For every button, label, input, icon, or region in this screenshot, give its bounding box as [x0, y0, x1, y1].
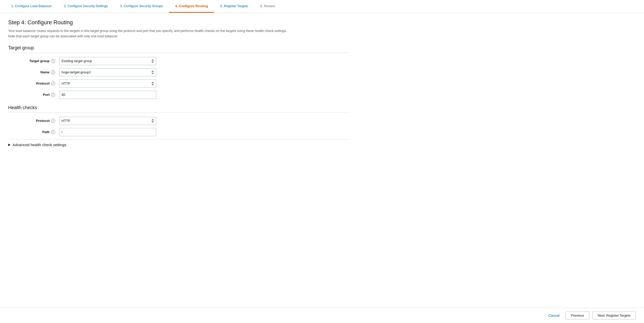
hc-protocol-row: Protocol i HTTPHTTPS: [8, 117, 349, 125]
wizard-step-2[interactable]: 2. Configure Security Settings: [58, 0, 114, 13]
name-info-icon[interactable]: i: [51, 70, 55, 74]
target-group-section: Target group Target group i New target g…: [8, 45, 349, 99]
wizard-step-3[interactable]: 3. Configure Security Groups: [114, 0, 169, 13]
target-group-divider: [8, 53, 349, 53]
tg-port-row: Port i: [8, 91, 349, 99]
tg-port-label: Port i: [8, 93, 59, 97]
target-group-info-icon[interactable]: i: [51, 59, 55, 63]
wizard-step-6: 6. Review: [254, 0, 281, 13]
advanced-chevron-icon: ▶: [8, 143, 10, 146]
hc-path-info-icon[interactable]: i: [51, 130, 55, 134]
target-group-section-title: Target group: [8, 45, 349, 51]
target-group-row: Target group i New target groupExisting …: [8, 57, 349, 65]
health-checks-section-title: Health checks: [8, 105, 349, 110]
health-checks-divider: [8, 112, 349, 113]
hc-path-row: Path i: [8, 128, 349, 136]
target-group-form: Target group i New target groupExisting …: [8, 57, 349, 99]
health-checks-section: Health checks Protocol i HTTPHTTPS: [8, 105, 349, 150]
advanced-health-check-label: Advanced health check settings: [13, 143, 66, 147]
target-group-field: New target groupExisting target group: [59, 57, 156, 65]
hc-protocol-info-icon[interactable]: i: [51, 119, 55, 123]
tg-port-input[interactable]: [59, 91, 156, 99]
tg-protocol-label: Protocol i: [8, 82, 59, 86]
target-group-label: Target group i: [8, 59, 59, 63]
tg-protocol-select[interactable]: HTTPHTTPS: [59, 79, 156, 88]
previous-button[interactable]: Previous: [566, 312, 589, 319]
name-label: Name i: [8, 70, 59, 74]
name-row: Name i hoge-tartget-group1: [8, 68, 349, 76]
tg-protocol-info-icon[interactable]: i: [51, 82, 55, 86]
health-checks-form: Protocol i HTTPHTTPS Path i: [8, 117, 349, 136]
wizard-step-1[interactable]: 1. Configure Load Balancer: [5, 0, 58, 13]
wizard-step-4[interactable]: 4. Configure Routing: [169, 0, 214, 13]
wizard-nav: 1. Configure Load Balancer 2. Configure …: [0, 0, 644, 13]
tg-port-info-icon[interactable]: i: [51, 93, 55, 97]
name-select[interactable]: hoge-tartget-group1: [59, 68, 156, 76]
page-description: Your load balancer routes requests to th…: [8, 28, 289, 39]
hc-path-input[interactable]: [59, 128, 156, 136]
tg-protocol-row: Protocol i HTTPHTTPS: [8, 79, 349, 88]
hc-protocol-label: Protocol i: [8, 119, 59, 123]
cancel-button[interactable]: Cancel: [545, 312, 563, 319]
hc-protocol-select[interactable]: HTTPHTTPS: [59, 117, 156, 125]
hc-path-label: Path i: [8, 130, 59, 134]
wizard-step-5[interactable]: 5. Register Targets: [214, 0, 254, 13]
hc-path-field: [59, 128, 156, 136]
page-content: Step 4: Configure Routing Your load bala…: [0, 13, 357, 162]
name-field: hoge-tartget-group1: [59, 68, 156, 76]
target-group-select[interactable]: New target groupExisting target group: [59, 57, 156, 65]
page-footer: Cancel Previous Next: Register Targets: [0, 308, 644, 323]
advanced-health-check-header[interactable]: ▶ Advanced health check settings: [8, 139, 349, 150]
tg-protocol-field: HTTPHTTPS: [59, 79, 156, 88]
hc-protocol-field: HTTPHTTPS: [59, 117, 156, 125]
tg-port-field: [59, 91, 156, 99]
page-title: Step 4: Configure Routing: [8, 19, 349, 26]
next-button[interactable]: Next: Register Targets: [592, 312, 636, 319]
